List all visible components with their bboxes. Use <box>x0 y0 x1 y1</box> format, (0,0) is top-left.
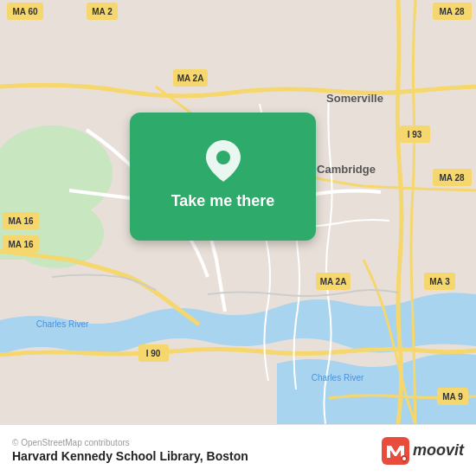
svg-text:MA 60: MA 60 <box>12 7 38 16</box>
place-name: Harvard Kennedy School Library, Boston <box>12 449 248 463</box>
map-container: MA 60 MA 2 MA 2A MA 28 MA 16 MA 16 I 93 … <box>0 0 476 424</box>
moovit-text: moovit <box>413 441 464 460</box>
svg-text:MA 28: MA 28 <box>439 173 465 183</box>
svg-text:MA 2: MA 2 <box>92 7 113 16</box>
location-card[interactable]: Take me there <box>130 113 316 241</box>
svg-text:I 90: I 90 <box>146 349 161 358</box>
bottom-bar: © OpenStreetMap contributors Harvard Ken… <box>0 424 476 476</box>
location-info: © OpenStreetMap contributors Harvard Ken… <box>12 438 248 463</box>
svg-text:Charles River: Charles River <box>36 319 89 329</box>
take-me-there-button[interactable]: Take me there <box>164 189 282 214</box>
svg-text:Somerville: Somerville <box>326 92 383 105</box>
svg-text:MA 16: MA 16 <box>8 240 34 249</box>
svg-text:Charles River: Charles River <box>312 373 364 383</box>
location-pin-icon <box>203 140 244 182</box>
svg-point-32 <box>216 151 230 164</box>
svg-text:I 93: I 93 <box>408 130 422 139</box>
moovit-logo: moovit <box>382 437 464 465</box>
svg-text:MA 28: MA 28 <box>439 7 465 16</box>
svg-point-35 <box>402 457 406 460</box>
svg-text:Cambridge: Cambridge <box>317 163 376 176</box>
svg-text:MA 16: MA 16 <box>8 216 34 226</box>
moovit-icon <box>382 437 409 465</box>
copyright-text: © OpenStreetMap contributors <box>12 438 248 447</box>
svg-text:MA 3: MA 3 <box>429 277 450 286</box>
svg-text:MA 2A: MA 2A <box>177 74 204 83</box>
svg-text:MA 2A: MA 2A <box>320 277 347 286</box>
svg-text:MA 9: MA 9 <box>442 392 463 402</box>
